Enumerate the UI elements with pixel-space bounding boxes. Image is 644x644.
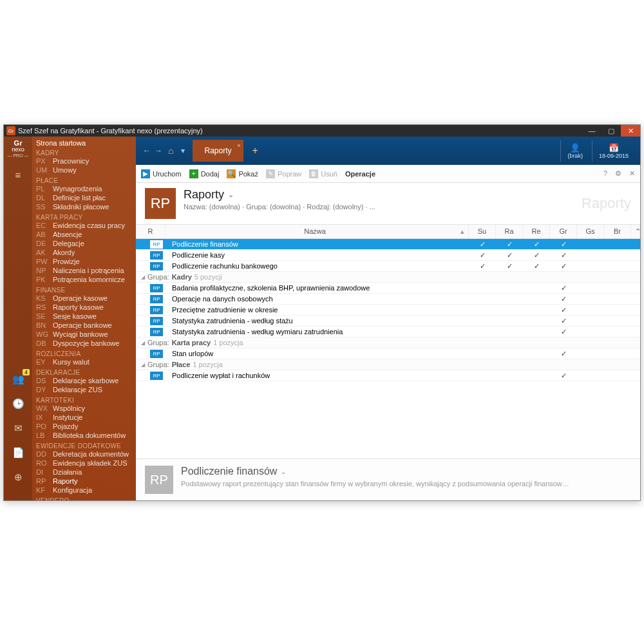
rail-users-icon[interactable]: 👥4 [10,372,26,387]
nav-item[interactable]: PLWynagrodzenia [36,184,132,193]
panel-icon: RP [145,188,176,219]
grid: R Nazwa ▴ Su Ra Re Gr Gs Br ⌃ RPPodlicze… [136,224,640,459]
table-row[interactable]: RPPodliczenie kasy✓✓✓✓ [136,250,640,261]
nav-item[interactable]: KFKonfiguracja [36,486,132,495]
edit-button[interactable]: ✎Popraw [266,169,301,178]
panel-close-icon[interactable]: ✕ [629,169,635,178]
nav-item[interactable]: POPojazdy [36,422,132,431]
nav-item[interactable]: SESesje kasowe [36,312,132,321]
date-box[interactable]: 📅18-09-2015 [592,140,635,162]
nav-back-icon[interactable]: ← [141,146,153,155]
nav-item[interactable]: BNOperacje bankowe [36,321,132,330]
table-row[interactable]: RPStan urlopów✓ [136,348,640,359]
page-title[interactable]: Raporty⌄ [184,188,375,202]
nav-fwd-icon[interactable]: → [153,146,164,155]
nav-item[interactable]: WXWspólnicy [36,404,132,413]
nav-item[interactable]: DLDefinicje list płac [36,193,132,202]
nav-group: PŁACE [36,177,132,184]
col-gr[interactable]: Gr [550,225,577,238]
col-br[interactable]: Br [604,225,631,238]
nav-group: FINANSE [36,287,132,294]
table-row[interactable]: RPPodliczenie rachunku bankowego✓✓✓✓ [136,261,640,272]
add-button[interactable]: +Dodaj [189,169,220,178]
nav-item[interactable]: DBDyspozycje bankowe [36,339,132,348]
nav-item[interactable]: PKPotrącenia komornicze [36,275,132,284]
table-row[interactable]: RPPodliczenie finansów✓✓✓✓ [136,239,640,250]
nav-item[interactable]: DEDelegacje [36,239,132,248]
notification-badge: 4 [23,369,30,375]
run-button[interactable]: ▶Uruchom [141,169,182,178]
panel-header: RP Raporty⌄ Nazwa: (dowolna) · Grupa: (d… [136,183,640,224]
table-row[interactable]: RPOperacje na danych osobowych✓ [136,294,640,305]
rail-add-icon[interactable]: ⊕ [10,469,26,485]
delete-button[interactable]: 🗑Usuń [309,169,337,178]
rail-cert-icon[interactable]: 📄 [10,445,26,460]
col-su[interactable]: Su [469,225,496,238]
col-name[interactable]: Nazwa ▴ [166,225,469,238]
home-icon[interactable]: ⌂ [168,146,173,156]
titlebar: Gr Szef Szef na Gratyfikant - Gratyfikan… [4,125,640,137]
table-row[interactable]: RPPodliczenie wypłat i rachunków✓ [136,370,640,381]
nav-group: KARTOTEKI [36,397,132,404]
close-button[interactable]: ✕ [621,125,640,137]
nav-item[interactable]: KSOperacje kasowe [36,294,132,303]
nav-item[interactable]: UMUmowy [36,166,132,175]
tab-raporty[interactable]: Raporty × [193,140,243,162]
main-area: ← → ⌂ ▾ Raporty × + 👤(brak) 📅18-09-2015 … [136,137,640,500]
nav-start-page[interactable]: Strona startowa [36,139,132,147]
new-tab-icon[interactable]: + [252,145,258,156]
detail-title[interactable]: Podliczenie finansów⌄ [181,466,569,477]
nav-item[interactable]: ROEwidencja składek ZUS [36,459,132,468]
table-row[interactable]: RPPrzeciętne zatrudnienie w okresie✓ [136,305,640,316]
nav-item[interactable]: PWProwizje [36,257,132,266]
table-row[interactable]: RPBadania profilaktyczne, szkolenia BHP,… [136,283,640,294]
nav-item[interactable]: DSDeklaracje skarbowe [36,376,132,385]
nav-item[interactable]: IXInstytucje [36,413,132,422]
table-row[interactable]: RPStatystyka zatrudnienia - według stażu… [136,316,640,327]
col-r[interactable]: R [136,225,166,238]
ghost-title: Raporty [582,195,631,212]
col-ra[interactable]: Ra [496,225,523,238]
nav-item[interactable]: AKAkordy [36,248,132,257]
ops-button[interactable]: Operacje [345,170,375,178]
nav-group: KARTA PRACY [36,214,132,221]
minimize-button[interactable]: — [582,125,601,137]
nav-item[interactable]: DDDekretacja dokumentów [36,450,132,459]
nav-item[interactable]: NPNaliczenia i potrącenia [36,266,132,275]
nav-group: EWIDENCJE DODATKOWE [36,442,132,450]
group-row[interactable]: ◢ Grupa: Kadry 5 pozycji [136,272,640,283]
grid-body[interactable]: RPPodliczenie finansów✓✓✓✓RPPodliczenie … [136,239,640,459]
nav-group: KADRY [36,149,132,156]
chevron-down-icon: ⌄ [281,468,286,475]
nav-item[interactable]: DIDziałania [36,468,132,477]
nav-item[interactable]: ECEwidencja czasu pracy [36,221,132,230]
tab-close-icon[interactable]: × [237,142,240,149]
nav-item[interactable]: SSSkładniki płacowe [36,202,132,211]
maximize-button[interactable]: ▢ [601,125,621,137]
nav-item[interactable]: RPRaporty [36,477,132,486]
rail-menu-icon[interactable]: ≡ [10,167,26,183]
nav-item[interactable]: WGWyciągi bankowe [36,330,132,339]
calendar-icon: 📅 [599,143,629,153]
detail-desc: Podstawowy raport prezentujący stan fina… [181,480,569,488]
nav-item[interactable]: RSRaporty kasowe [36,303,132,312]
help-icon[interactable]: ? [603,169,607,178]
gear-icon[interactable]: ⚙ [615,169,621,178]
col-re[interactable]: Re [523,225,550,238]
nav-item[interactable]: LBBiblioteka dokumentów [36,431,132,440]
col-gs[interactable]: Gs [577,225,604,238]
nav-item[interactable]: PXPracownicy [36,156,132,166]
group-row[interactable]: ◢ Grupa: Karta pracy 1 pozycja [136,337,640,348]
nav-item[interactable]: ABAbsencje [36,230,132,239]
nav-item[interactable]: DYDeklaracje ZUS [36,385,132,394]
group-row[interactable]: ◢ Grupa: Płace 1 pozycja [136,359,640,370]
table-row[interactable]: RPStatystyka zatrudnienia - według wymia… [136,327,640,337]
rail-history-icon[interactable]: 🕒 [10,396,26,412]
user-box[interactable]: 👤(brak) [560,140,589,162]
nav-item[interactable]: EYKursy walut [36,357,132,366]
nav-tree: Strona startowa KADRYPXPracownicyUMUmowy… [32,137,136,500]
chevron-down-icon[interactable]: ▾ [177,146,189,155]
show-button[interactable]: 🔍Pokaż [227,169,258,178]
rail-mail-icon[interactable]: ✉ [10,421,26,436]
filter-summary[interactable]: Nazwa: (dowolna) · Grupa: (dowolna) · Ro… [184,203,375,211]
